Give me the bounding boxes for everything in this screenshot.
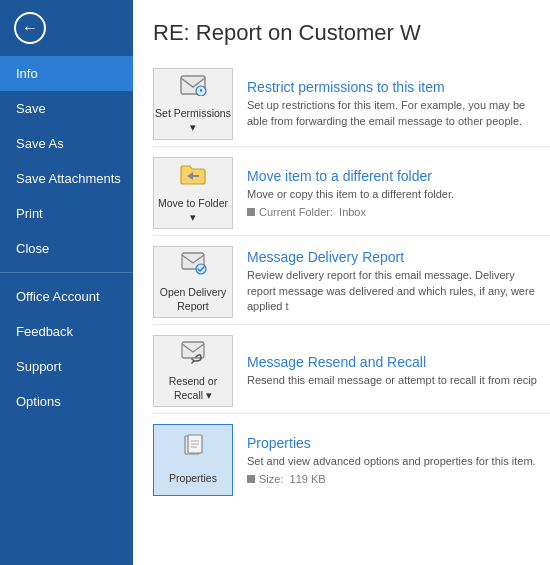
sidebar-item-save-as[interactable]: Save As — [0, 126, 133, 161]
action-row-move-to-folder: Move to Folder ▾ Move item to a differen… — [153, 151, 550, 236]
sidebar-item-support[interactable]: Support — [0, 349, 133, 384]
back-button[interactable]: ← — [0, 0, 133, 56]
set-permissions-button[interactable]: Set Permissions ▾ — [153, 68, 233, 140]
resend-recall-label: Resend or Recall ▾ — [154, 375, 232, 402]
move-to-folder-icon — [179, 162, 207, 194]
move-to-folder-title: Move item to a different folder — [247, 168, 540, 184]
action-row-set-permissions: Set Permissions ▾ Restrict permissions t… — [153, 62, 550, 147]
sidebar-item-print[interactable]: Print — [0, 196, 133, 231]
sidebar-divider-1 — [0, 272, 133, 273]
sidebar-item-options[interactable]: Options — [0, 384, 133, 419]
meta-square-properties-icon — [247, 475, 255, 483]
properties-icon — [179, 434, 207, 468]
sidebar-item-close[interactable]: Close — [0, 231, 133, 266]
resend-recall-icon — [179, 340, 207, 372]
properties-desc: Set and view advanced options and proper… — [247, 454, 540, 469]
move-to-folder-meta: Current Folder: Inbox — [247, 206, 540, 218]
move-to-folder-label: Move to Folder ▾ — [154, 197, 232, 224]
set-permissions-desc: Set up restrictions for this item. For e… — [247, 98, 540, 129]
properties-meta: Size: 119 KB — [247, 473, 540, 485]
sidebar: ← Info Save Save As Save Attachments Pri… — [0, 0, 133, 565]
delivery-report-title: Message Delivery Report — [247, 249, 540, 265]
action-row-resend-recall: Resend or Recall ▾ Message Resend and Re… — [153, 329, 550, 414]
delivery-report-info: Message Delivery Report Review delivery … — [247, 249, 550, 314]
action-row-properties: Properties Properties Set and view advan… — [153, 418, 550, 502]
properties-label: Properties — [169, 472, 217, 486]
properties-size-label: Size: 119 KB — [259, 473, 326, 485]
delivery-report-desc: Review delivery report for this email me… — [247, 268, 540, 314]
set-permissions-title: Restrict permissions to this item — [247, 79, 540, 95]
properties-button[interactable]: Properties — [153, 424, 233, 496]
sidebar-item-feedback[interactable]: Feedback — [0, 314, 133, 349]
page-title: RE: Report on Customer W — [153, 20, 550, 46]
properties-title: Properties — [247, 435, 540, 451]
properties-info: Properties Set and view advanced options… — [247, 435, 550, 484]
resend-recall-desc: Resend this email message or attempt to … — [247, 373, 540, 388]
move-to-folder-desc: Move or copy this item to a different fo… — [247, 187, 540, 202]
current-folder-label: Current Folder: Inbox — [259, 206, 366, 218]
sidebar-item-save-attachments[interactable]: Save Attachments — [0, 161, 133, 196]
action-row-delivery-report: Open Delivery Report Message Delivery Re… — [153, 240, 550, 325]
resend-recall-title: Message Resend and Recall — [247, 354, 540, 370]
set-permissions-icon — [179, 74, 207, 104]
move-to-folder-info: Move item to a different folder Move or … — [247, 168, 550, 217]
set-permissions-info: Restrict permissions to this item Set up… — [247, 79, 550, 129]
back-icon: ← — [14, 12, 46, 44]
main-content: RE: Report on Customer W Set Permissions… — [133, 0, 550, 565]
open-delivery-report-button[interactable]: Open Delivery Report — [153, 246, 233, 318]
meta-square-icon — [247, 208, 255, 216]
delivery-report-icon — [179, 251, 207, 283]
sidebar-item-save[interactable]: Save — [0, 91, 133, 126]
move-to-folder-button[interactable]: Move to Folder ▾ — [153, 157, 233, 229]
resend-recall-button[interactable]: Resend or Recall ▾ — [153, 335, 233, 407]
sidebar-item-office-account[interactable]: Office Account — [0, 279, 133, 314]
sidebar-item-info[interactable]: Info — [0, 56, 133, 91]
sidebar-nav: Info Save Save As Save Attachments Print… — [0, 56, 133, 419]
delivery-report-label: Open Delivery Report — [154, 286, 232, 313]
resend-recall-info: Message Resend and Recall Resend this em… — [247, 354, 550, 388]
set-permissions-label: Set Permissions ▾ — [154, 107, 232, 134]
